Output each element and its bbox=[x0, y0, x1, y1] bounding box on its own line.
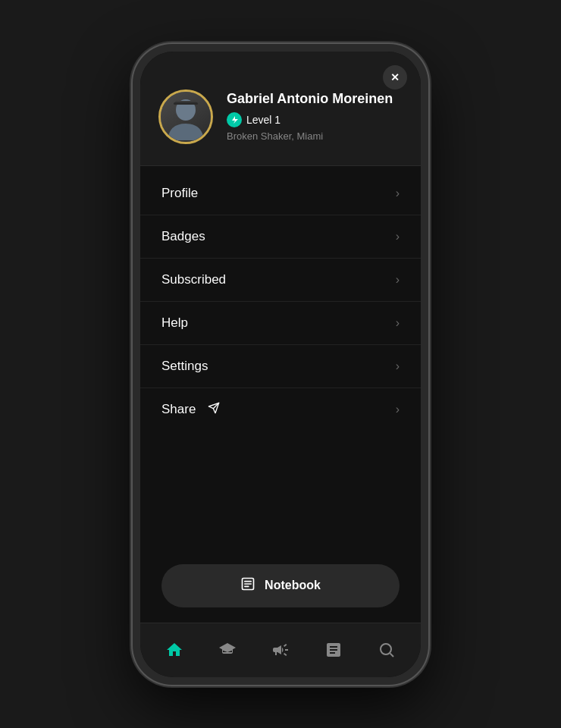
menu-item-badges[interactable]: Badges › bbox=[140, 215, 421, 259]
nav-item-home[interactable] bbox=[155, 630, 194, 670]
share-icon bbox=[208, 402, 220, 417]
avatar bbox=[158, 89, 213, 144]
chevron-icon-share: › bbox=[396, 403, 400, 416]
menu-label-subscribed: Subscribed bbox=[161, 272, 226, 287]
avatar-circle bbox=[158, 89, 213, 144]
close-icon: ✕ bbox=[390, 71, 400, 83]
notes-icon bbox=[324, 641, 343, 659]
svg-point-9 bbox=[381, 644, 391, 654]
svg-line-10 bbox=[390, 654, 393, 657]
menu-label-profile: Profile bbox=[161, 186, 198, 201]
user-location: Broken Shaker, Miami bbox=[227, 130, 403, 142]
notebook-section: Notebook bbox=[140, 552, 421, 623]
bottom-nav bbox=[140, 623, 421, 677]
chevron-icon-subscribed: › bbox=[396, 273, 400, 287]
nav-item-announce[interactable] bbox=[261, 630, 300, 670]
phone-screen: ✕ Gabriel Anto bbox=[140, 52, 421, 677]
level-icon bbox=[227, 112, 242, 127]
menu-item-left-badges: Badges bbox=[161, 229, 205, 244]
menu-item-settings[interactable]: Settings › bbox=[140, 345, 421, 388]
menu-item-left-subscribed: Subscribed bbox=[161, 272, 226, 287]
user-name: Gabriel Antonio Moreinen bbox=[227, 91, 403, 108]
chevron-icon-settings: › bbox=[396, 359, 400, 373]
menu-item-subscribed[interactable]: Subscribed › bbox=[140, 259, 421, 302]
user-level-row: Level 1 bbox=[227, 112, 403, 127]
user-header: Gabriel Antonio Moreinen Level 1 Broken … bbox=[140, 52, 421, 165]
home-icon bbox=[165, 641, 183, 659]
avatar-placeholder bbox=[161, 92, 211, 142]
notebook-list-icon bbox=[240, 576, 255, 592]
menu-item-left-help: Help bbox=[161, 315, 188, 331]
user-info: Gabriel Antonio Moreinen Level 1 Broken … bbox=[227, 91, 403, 142]
menu-label-help: Help bbox=[161, 315, 188, 331]
nav-item-notes[interactable] bbox=[314, 630, 353, 670]
nav-item-learn[interactable] bbox=[208, 630, 247, 670]
chevron-icon-help: › bbox=[396, 316, 400, 330]
menu-label-share: Share bbox=[161, 402, 196, 417]
notebook-button[interactable]: Notebook bbox=[161, 564, 400, 607]
menu-item-left-profile: Profile bbox=[161, 186, 198, 201]
menu-label-badges: Badges bbox=[161, 229, 205, 244]
menu-item-left-share: Share bbox=[161, 402, 220, 417]
svg-rect-2 bbox=[174, 102, 198, 105]
notebook-label: Notebook bbox=[265, 579, 321, 592]
menu-section: Profile › Badges › Subscribed › Help bbox=[140, 166, 421, 552]
graduation-icon bbox=[218, 641, 237, 659]
phone-frame: ✕ Gabriel Anto bbox=[133, 44, 428, 685]
search-icon bbox=[378, 641, 396, 659]
bolt-icon bbox=[230, 115, 239, 124]
chevron-icon-profile: › bbox=[396, 187, 400, 200]
nav-item-search[interactable] bbox=[367, 630, 406, 670]
menu-label-settings: Settings bbox=[161, 359, 208, 374]
menu-item-share[interactable]: Share › bbox=[140, 388, 421, 431]
menu-item-help[interactable]: Help › bbox=[140, 302, 421, 345]
chevron-icon-badges: › bbox=[396, 230, 400, 243]
level-text: Level 1 bbox=[246, 114, 280, 126]
notebook-icon bbox=[240, 576, 255, 595]
megaphone-icon bbox=[271, 641, 290, 659]
menu-item-left-settings: Settings bbox=[161, 359, 208, 374]
close-button[interactable]: ✕ bbox=[383, 65, 407, 89]
menu-item-profile[interactable]: Profile › bbox=[140, 172, 421, 215]
person-silhouette bbox=[166, 96, 205, 142]
